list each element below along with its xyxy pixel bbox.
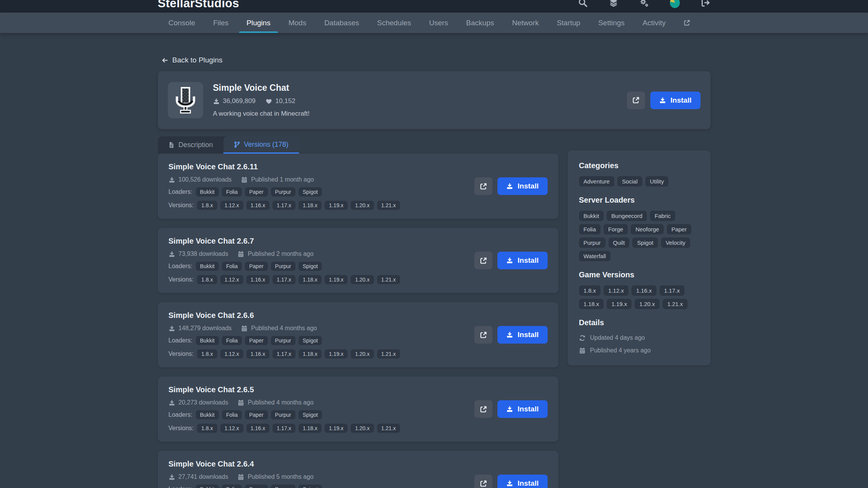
nav-external-link-button[interactable] bbox=[684, 13, 690, 33]
nav-tab-mods[interactable]: Mods bbox=[289, 13, 306, 33]
version-published: Published 4 months ago bbox=[238, 399, 313, 406]
version-card: Simple Voice Chat 2.6.11 100,526 downloa… bbox=[158, 154, 558, 219]
chip: 1.18.x bbox=[299, 275, 322, 284]
download-icon bbox=[659, 97, 666, 104]
nav-tab-backups[interactable]: Backups bbox=[466, 13, 494, 33]
search-button[interactable] bbox=[578, 0, 588, 8]
version-downloads: 100,526 downloads bbox=[169, 176, 232, 183]
chip: 1.20.x bbox=[635, 299, 660, 309]
install-version-button[interactable]: Install bbox=[497, 400, 548, 418]
versions-label: Versions: bbox=[169, 425, 194, 432]
chip: 1.17.x bbox=[660, 285, 684, 296]
loaders-label: Loaders: bbox=[169, 263, 192, 270]
logout-button[interactable] bbox=[701, 0, 710, 8]
install-version-button[interactable]: Install bbox=[497, 177, 548, 195]
detail-published: Published 4 years ago bbox=[579, 347, 699, 354]
calendar-icon bbox=[238, 474, 244, 480]
plugin-header-card: Simple Voice Chat 36,069,809 10,152 A wo… bbox=[158, 71, 710, 129]
open-external-button[interactable] bbox=[474, 475, 492, 488]
git-branch-icon bbox=[234, 141, 240, 148]
open-external-button[interactable] bbox=[627, 92, 645, 109]
install-version-button[interactable]: Install bbox=[497, 252, 548, 269]
chip: Bukkit bbox=[196, 336, 219, 345]
open-external-button[interactable] bbox=[474, 252, 492, 269]
nav-tab-settings[interactable]: Settings bbox=[598, 13, 625, 33]
nav-tab-databases[interactable]: Databases bbox=[324, 13, 359, 33]
chip: 1.8.x bbox=[197, 349, 217, 359]
install-version-button[interactable]: Install bbox=[497, 326, 548, 344]
chip: Utility bbox=[645, 176, 669, 187]
install-version-button[interactable]: Install bbox=[497, 475, 548, 488]
loader-chips: BukkitFoliaPaperPurpurSpigot bbox=[196, 262, 322, 271]
topbar-icons bbox=[578, 0, 710, 8]
chip: 1.17.x bbox=[272, 275, 295, 284]
chip: Quilt bbox=[609, 237, 630, 248]
plugin-tabs: Description Versions (178) bbox=[158, 136, 299, 154]
chip: Folia bbox=[222, 336, 242, 345]
chip: Forge bbox=[604, 224, 628, 234]
chip: 1.19.x bbox=[325, 424, 348, 433]
chip: Waterfall bbox=[579, 251, 611, 261]
open-external-button[interactable] bbox=[474, 177, 492, 195]
chip: 1.20.x bbox=[351, 424, 374, 433]
search-icon bbox=[578, 0, 587, 7]
download-icon bbox=[169, 400, 175, 406]
nav-tab-users[interactable]: Users bbox=[429, 13, 448, 33]
category-chips: AdventureSocialUtility bbox=[579, 176, 699, 187]
chip: 1.17.x bbox=[272, 201, 295, 210]
settings-button[interactable] bbox=[639, 0, 649, 8]
loader-chips: BukkitFoliaPaperPurpurSpigot bbox=[196, 485, 322, 488]
external-link-icon bbox=[480, 406, 487, 413]
download-icon bbox=[506, 331, 513, 338]
chip: 1.8.x bbox=[579, 285, 601, 296]
chip: Spigot bbox=[299, 262, 322, 271]
version-published: Published 4 months ago bbox=[241, 325, 317, 332]
versions-label: Versions: bbox=[169, 276, 194, 283]
install-button[interactable]: Install bbox=[650, 92, 701, 109]
chip: 1.19.x bbox=[325, 349, 348, 359]
back-arrow-icon bbox=[162, 57, 168, 64]
nav-tab-plugins[interactable]: Plugins bbox=[246, 13, 270, 33]
layers-button[interactable] bbox=[609, 0, 619, 8]
app-logo[interactable]: StellarStudios bbox=[158, 0, 240, 10]
chip: 1.16.x bbox=[246, 201, 269, 210]
plugin-description: A working voice chat in Minecraft! bbox=[213, 110, 310, 118]
chip: Neoforge bbox=[631, 224, 664, 234]
nav-tab-network[interactable]: Network bbox=[512, 13, 539, 33]
user-avatar-button[interactable] bbox=[670, 0, 680, 8]
chip: Paper bbox=[245, 262, 267, 271]
chip: 1.12.x bbox=[220, 424, 243, 433]
chip: Paper bbox=[245, 410, 267, 419]
game-version-chips: 1.8.x1.12.x1.16.x1.17.x1.18.x1.19.x1.20.… bbox=[197, 275, 400, 284]
nav-tab-schedules[interactable]: Schedules bbox=[377, 13, 411, 33]
chip: 1.8.x bbox=[197, 275, 217, 284]
back-link[interactable]: Back to Plugins bbox=[162, 56, 223, 64]
heart-icon bbox=[266, 98, 272, 105]
calendar-icon bbox=[238, 251, 244, 257]
chip: 1.18.x bbox=[299, 424, 322, 433]
chip: 1.20.x bbox=[351, 275, 374, 284]
nav-tab-files[interactable]: Files bbox=[213, 13, 228, 33]
calendar-icon bbox=[241, 177, 248, 183]
tab-versions[interactable]: Versions (178) bbox=[223, 136, 299, 154]
game-version-chips: 1.8.x1.12.x1.16.x1.17.x1.18.x1.19.x1.20.… bbox=[197, 349, 400, 359]
chip: Bukkit bbox=[196, 187, 219, 197]
chip: Purpur bbox=[271, 485, 295, 488]
download-icon bbox=[169, 177, 175, 183]
chip: Purpur bbox=[271, 410, 295, 419]
nav-tab-console[interactable]: Console bbox=[169, 13, 195, 33]
nav-tab-startup[interactable]: Startup bbox=[557, 13, 580, 33]
external-link-icon bbox=[684, 20, 690, 26]
chip: Bukkit bbox=[196, 485, 219, 488]
download-icon bbox=[213, 98, 220, 105]
avatar bbox=[670, 0, 680, 8]
version-card: Simple Voice Chat 2.6.4 27,741 downloads… bbox=[158, 451, 558, 488]
open-external-button[interactable] bbox=[474, 400, 492, 418]
open-external-button[interactable] bbox=[474, 326, 492, 344]
chip: 1.17.x bbox=[272, 349, 295, 359]
nav-tab-activity[interactable]: Activity bbox=[643, 13, 666, 33]
microphone-pixel-icon bbox=[174, 87, 197, 114]
tab-description[interactable]: Description bbox=[158, 136, 223, 154]
version-published: Published 5 months ago bbox=[238, 473, 313, 480]
chip: 1.8.x bbox=[197, 201, 217, 210]
